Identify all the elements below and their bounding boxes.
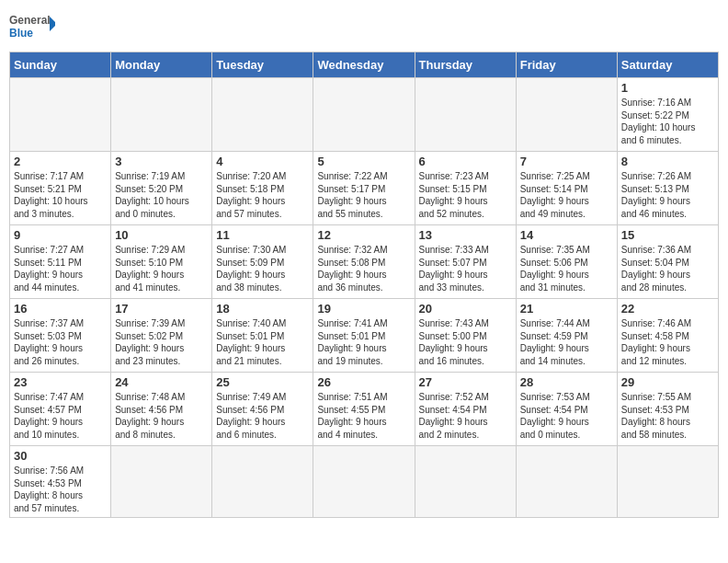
day-cell <box>111 78 212 152</box>
day-info: Sunrise: 7:26 AM Sunset: 5:13 PM Dayligh… <box>621 170 714 220</box>
day-number: 23 <box>14 375 107 389</box>
day-info: Sunrise: 7:25 AM Sunset: 5:14 PM Dayligh… <box>520 170 613 220</box>
day-cell <box>516 78 617 152</box>
day-cell <box>415 446 516 518</box>
day-number: 24 <box>115 375 208 389</box>
day-info: Sunrise: 7:35 AM Sunset: 5:06 PM Dayligh… <box>520 244 613 293</box>
day-cell <box>313 446 415 518</box>
day-cell: 16Sunrise: 7:37 AM Sunset: 5:03 PM Dayli… <box>10 299 111 373</box>
svg-text:General: General <box>9 14 51 27</box>
day-info: Sunrise: 7:53 AM Sunset: 4:54 PM Dayligh… <box>520 391 613 441</box>
week-row-4: 16Sunrise: 7:37 AM Sunset: 5:03 PM Dayli… <box>10 299 719 373</box>
day-cell: 25Sunrise: 7:49 AM Sunset: 4:56 PM Dayli… <box>212 373 313 446</box>
day-number: 29 <box>621 375 714 389</box>
day-info: Sunrise: 7:22 AM Sunset: 5:17 PM Dayligh… <box>317 170 410 220</box>
day-number: 7 <box>520 155 613 168</box>
day-cell: 15Sunrise: 7:36 AM Sunset: 5:04 PM Dayli… <box>617 225 718 299</box>
day-cell: 27Sunrise: 7:52 AM Sunset: 4:54 PM Dayli… <box>415 373 516 446</box>
day-number: 6 <box>419 155 512 168</box>
day-info: Sunrise: 7:27 AM Sunset: 5:11 PM Dayligh… <box>14 244 107 293</box>
day-info: Sunrise: 7:49 AM Sunset: 4:56 PM Dayligh… <box>216 391 309 441</box>
day-number: 12 <box>317 228 410 242</box>
day-cell: 14Sunrise: 7:35 AM Sunset: 5:06 PM Dayli… <box>516 225 617 299</box>
day-number: 21 <box>520 302 613 316</box>
weekday-header-tuesday: Tuesday <box>212 52 313 78</box>
day-cell: 23Sunrise: 7:47 AM Sunset: 4:57 PM Dayli… <box>10 373 111 446</box>
weekday-header-monday: Monday <box>111 52 212 78</box>
day-number: 15 <box>621 228 714 242</box>
day-cell: 6Sunrise: 7:23 AM Sunset: 5:15 PM Daylig… <box>415 152 516 225</box>
day-number: 3 <box>115 155 208 168</box>
day-info: Sunrise: 7:19 AM Sunset: 5:20 PM Dayligh… <box>115 170 208 220</box>
day-number: 20 <box>419 302 512 316</box>
day-info: Sunrise: 7:32 AM Sunset: 5:08 PM Dayligh… <box>317 244 410 293</box>
day-info: Sunrise: 7:51 AM Sunset: 4:55 PM Dayligh… <box>317 391 410 441</box>
svg-text:Blue: Blue <box>9 27 33 40</box>
logo-svg: General Blue <box>9 9 55 46</box>
day-cell: 21Sunrise: 7:44 AM Sunset: 4:59 PM Dayli… <box>516 299 617 373</box>
day-cell: 29Sunrise: 7:55 AM Sunset: 4:53 PM Dayli… <box>617 373 718 446</box>
weekday-header-sunday: Sunday <box>10 52 111 78</box>
week-row-6: 30Sunrise: 7:56 AM Sunset: 4:53 PM Dayli… <box>10 446 719 518</box>
day-info: Sunrise: 7:43 AM Sunset: 5:00 PM Dayligh… <box>419 317 512 367</box>
page-header: General Blue <box>9 9 719 46</box>
day-info: Sunrise: 7:16 AM Sunset: 5:22 PM Dayligh… <box>621 97 714 146</box>
day-cell <box>111 446 212 518</box>
day-info: Sunrise: 7:41 AM Sunset: 5:01 PM Dayligh… <box>317 317 410 367</box>
day-cell: 12Sunrise: 7:32 AM Sunset: 5:08 PM Dayli… <box>313 225 415 299</box>
day-cell: 28Sunrise: 7:53 AM Sunset: 4:54 PM Dayli… <box>516 373 617 446</box>
day-cell: 8Sunrise: 7:26 AM Sunset: 5:13 PM Daylig… <box>617 152 718 225</box>
day-number: 1 <box>621 81 714 95</box>
day-info: Sunrise: 7:37 AM Sunset: 5:03 PM Dayligh… <box>14 317 107 367</box>
day-info: Sunrise: 7:56 AM Sunset: 4:53 PM Dayligh… <box>14 465 107 514</box>
day-info: Sunrise: 7:47 AM Sunset: 4:57 PM Dayligh… <box>14 391 107 441</box>
day-cell: 24Sunrise: 7:48 AM Sunset: 4:56 PM Dayli… <box>111 373 212 446</box>
day-cell <box>516 446 617 518</box>
day-number: 11 <box>216 228 309 242</box>
day-number: 18 <box>216 302 309 316</box>
day-number: 5 <box>317 155 410 168</box>
day-cell: 20Sunrise: 7:43 AM Sunset: 5:00 PM Dayli… <box>415 299 516 373</box>
day-cell <box>313 78 415 152</box>
day-number: 2 <box>14 155 107 168</box>
day-info: Sunrise: 7:30 AM Sunset: 5:09 PM Dayligh… <box>216 244 309 293</box>
day-cell: 5Sunrise: 7:22 AM Sunset: 5:17 PM Daylig… <box>313 152 415 225</box>
day-cell: 13Sunrise: 7:33 AM Sunset: 5:07 PM Dayli… <box>415 225 516 299</box>
day-cell: 10Sunrise: 7:29 AM Sunset: 5:10 PM Dayli… <box>111 225 212 299</box>
day-info: Sunrise: 7:23 AM Sunset: 5:15 PM Dayligh… <box>419 170 512 220</box>
day-number: 14 <box>520 228 613 242</box>
day-cell: 1Sunrise: 7:16 AM Sunset: 5:22 PM Daylig… <box>617 78 718 152</box>
weekday-header-row: SundayMondayTuesdayWednesdayThursdayFrid… <box>10 52 719 78</box>
day-number: 27 <box>419 375 512 389</box>
day-number: 10 <box>115 228 208 242</box>
day-info: Sunrise: 7:40 AM Sunset: 5:01 PM Dayligh… <box>216 317 309 367</box>
day-number: 17 <box>115 302 208 316</box>
day-cell: 19Sunrise: 7:41 AM Sunset: 5:01 PM Dayli… <box>313 299 415 373</box>
week-row-2: 2Sunrise: 7:17 AM Sunset: 5:21 PM Daylig… <box>10 152 719 225</box>
day-number: 28 <box>520 375 613 389</box>
day-cell: 18Sunrise: 7:40 AM Sunset: 5:01 PM Dayli… <box>212 299 313 373</box>
week-row-3: 9Sunrise: 7:27 AM Sunset: 5:11 PM Daylig… <box>10 225 719 299</box>
day-number: 16 <box>14 302 107 316</box>
day-info: Sunrise: 7:44 AM Sunset: 4:59 PM Dayligh… <box>520 317 613 367</box>
day-cell <box>415 78 516 152</box>
day-info: Sunrise: 7:46 AM Sunset: 4:58 PM Dayligh… <box>621 317 714 367</box>
day-number: 25 <box>216 375 309 389</box>
day-cell <box>617 446 718 518</box>
day-cell <box>212 78 313 152</box>
day-cell: 4Sunrise: 7:20 AM Sunset: 5:18 PM Daylig… <box>212 152 313 225</box>
day-number: 19 <box>317 302 410 316</box>
day-number: 13 <box>419 228 512 242</box>
day-cell: 3Sunrise: 7:19 AM Sunset: 5:20 PM Daylig… <box>111 152 212 225</box>
logo: General Blue <box>9 9 55 46</box>
weekday-header-saturday: Saturday <box>617 52 718 78</box>
day-info: Sunrise: 7:48 AM Sunset: 4:56 PM Dayligh… <box>115 391 208 441</box>
day-info: Sunrise: 7:20 AM Sunset: 5:18 PM Dayligh… <box>216 170 309 220</box>
day-cell <box>212 446 313 518</box>
svg-marker-2 <box>50 17 55 31</box>
weekday-header-friday: Friday <box>516 52 617 78</box>
week-row-5: 23Sunrise: 7:47 AM Sunset: 4:57 PM Dayli… <box>10 373 719 446</box>
day-info: Sunrise: 7:39 AM Sunset: 5:02 PM Dayligh… <box>115 317 208 367</box>
day-cell: 2Sunrise: 7:17 AM Sunset: 5:21 PM Daylig… <box>10 152 111 225</box>
day-number: 8 <box>621 155 714 168</box>
